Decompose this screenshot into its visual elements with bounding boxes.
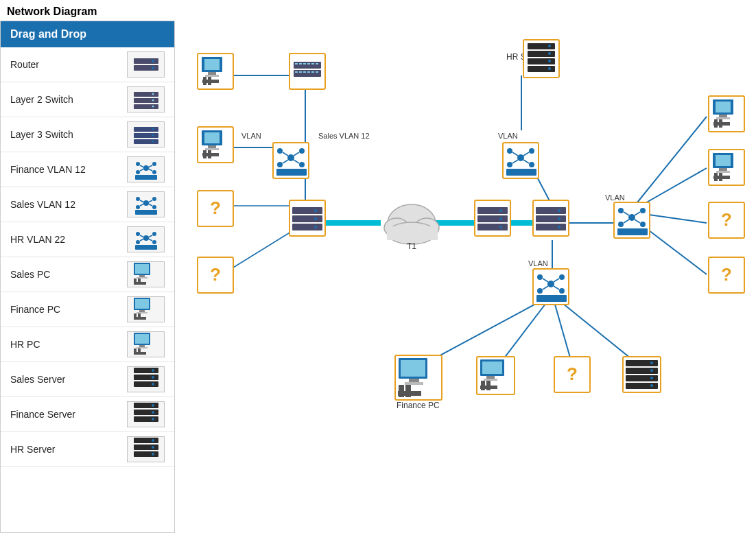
- node-server-bottom[interactable]: [623, 357, 661, 392]
- node-vlan-sales[interactable]: [273, 143, 309, 178]
- node-pc-bottom2[interactable]: [477, 357, 515, 394]
- svg-rect-47: [135, 264, 149, 274]
- svg-point-37: [136, 232, 140, 236]
- sidebar-item-3[interactable]: Finance VLAN 12: [1, 152, 174, 187]
- svg-rect-25: [135, 175, 157, 180]
- svg-rect-202: [477, 215, 508, 222]
- svg-point-29: [136, 205, 140, 209]
- svg-rect-121: [307, 63, 310, 64]
- node-right-unknown2[interactable]: ?: [709, 257, 744, 293]
- sidebar-item-5[interactable]: HR VLAN 22: [1, 222, 174, 257]
- svg-point-70: [152, 369, 154, 372]
- svg-point-191: [314, 209, 317, 212]
- sidebar-item-0[interactable]: Router: [1, 47, 174, 82]
- svg-rect-209: [536, 215, 566, 222]
- svg-rect-120: [303, 63, 306, 64]
- node-left-router[interactable]: [290, 200, 325, 236]
- sidebar-item-6[interactable]: Sales PC: [1, 257, 174, 292]
- node-right-pc1[interactable]: [709, 96, 744, 132]
- svg-rect-189: [292, 215, 322, 222]
- node-mid-router[interactable]: [475, 200, 510, 236]
- svg-rect-0: [134, 58, 158, 64]
- svg-point-8: [152, 99, 154, 102]
- sidebar-item-2[interactable]: Layer 3 Switch: [1, 117, 174, 152]
- svg-line-41: [140, 235, 144, 237]
- svg-rect-45: [135, 245, 157, 250]
- sidebar-icon-1: [127, 86, 165, 112]
- svg-rect-244: [401, 360, 425, 377]
- svg-point-267: [650, 377, 653, 379]
- svg-point-232: [559, 274, 565, 280]
- sidebar-icon-7: [127, 296, 165, 322]
- svg-rect-10: [134, 127, 158, 132]
- svg-rect-11: [134, 133, 158, 138]
- svg-point-14: [152, 134, 154, 137]
- svg-text:?: ?: [721, 209, 732, 230]
- node-right-switch[interactable]: [533, 200, 569, 236]
- svg-point-15: [152, 141, 154, 143]
- sidebar-item-8[interactable]: HR PC: [1, 327, 174, 362]
- sidebar-item-11[interactable]: HR Server: [1, 432, 174, 467]
- vlan-sales-label-right: Sales VLAN 12: [318, 132, 370, 140]
- vlan-bottom-label: VLAN: [528, 259, 548, 268]
- svg-rect-198: [387, 226, 438, 240]
- node-vlan-right[interactable]: [614, 202, 650, 238]
- svg-point-3: [152, 67, 154, 69]
- svg-rect-146: [202, 153, 219, 156]
- sidebar-header: Drag and Drop: [1, 21, 174, 47]
- svg-rect-208: [536, 207, 566, 214]
- svg-rect-61: [135, 334, 149, 344]
- svg-point-152: [299, 162, 305, 167]
- svg-line-44: [148, 239, 152, 241]
- svg-rect-179: [716, 155, 731, 166]
- svg-rect-5: [134, 98, 158, 103]
- sidebar-item-label-7: Finance PC: [10, 304, 121, 315]
- svg-text:T1: T1: [407, 241, 416, 251]
- sidebar-item-7[interactable]: Finance PC: [1, 292, 174, 327]
- sidebar-item-label-4: Sales VLAN 12: [10, 199, 121, 210]
- svg-rect-56: [137, 312, 147, 313]
- page-title: Network Diagram: [0, 0, 756, 23]
- sidebar-icon-4: [127, 191, 165, 217]
- node-right-unknown[interactable]: ?: [709, 202, 744, 238]
- node-unknown-bottom[interactable]: ?: [554, 357, 590, 392]
- node-right-pc2[interactable]: [709, 150, 744, 185]
- svg-point-137: [548, 60, 551, 62]
- node-finance-pc-main[interactable]: [395, 355, 442, 400]
- svg-rect-75: [134, 416, 158, 422]
- svg-rect-69: [134, 381, 158, 387]
- node-unknown1[interactable]: ?: [198, 191, 233, 226]
- svg-line-34: [148, 204, 152, 206]
- svg-rect-171: [716, 102, 731, 112]
- svg-point-9: [152, 106, 154, 108]
- svg-rect-263: [626, 375, 658, 381]
- svg-rect-210: [536, 224, 566, 230]
- sidebar-item-1[interactable]: Layer 2 Switch: [1, 82, 174, 117]
- svg-point-38: [152, 232, 156, 236]
- svg-rect-264: [626, 383, 658, 389]
- svg-rect-49: [137, 277, 147, 279]
- node-top-left-pc[interactable]: [198, 54, 233, 89]
- svg-point-135: [548, 45, 551, 47]
- svg-point-7: [152, 93, 154, 95]
- diagram-area: HR Server: [177, 21, 756, 533]
- svg-point-28: [152, 197, 156, 201]
- svg-point-218: [618, 222, 624, 227]
- node-top-switch[interactable]: [290, 54, 325, 89]
- sidebar-item-4[interactable]: Sales VLAN 12: [1, 187, 174, 222]
- node-hr-server[interactable]: [523, 40, 559, 78]
- svg-rect-246: [405, 382, 423, 385]
- node-unknown2[interactable]: ?: [198, 257, 233, 293]
- sidebar-icon-2: [127, 121, 165, 147]
- sidebar-item-10[interactable]: Finance Server: [1, 397, 174, 432]
- sidebar-item-9[interactable]: Sales Server: [1, 362, 174, 397]
- svg-rect-142: [208, 145, 216, 148]
- svg-point-27: [136, 197, 140, 201]
- node-vlan-bottom[interactable]: [533, 269, 569, 305]
- node-vlan-hr[interactable]: [503, 143, 539, 178]
- svg-line-95: [635, 117, 707, 206]
- node-left-pc2[interactable]: [198, 127, 233, 163]
- svg-rect-74: [134, 410, 158, 415]
- vlan-right-label: VLAN: [605, 193, 625, 202]
- svg-rect-63: [137, 347, 147, 348]
